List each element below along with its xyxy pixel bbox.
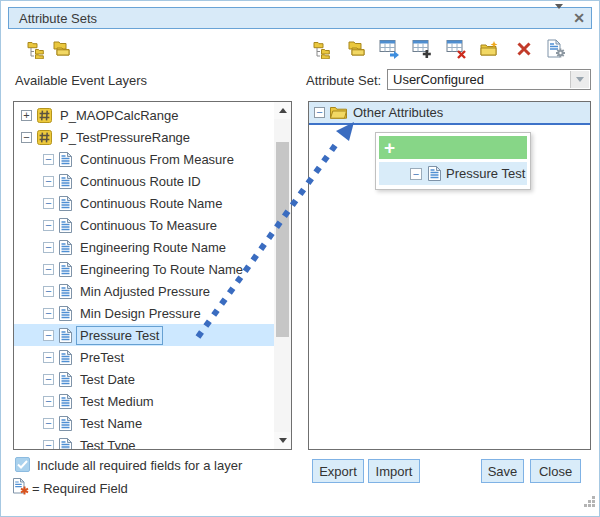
tree-item[interactable]: − P_TestPressureRange [14, 126, 274, 148]
tree-item[interactable]: − Test Name [14, 412, 274, 434]
add-plus-icon: + [384, 138, 395, 157]
tree-item[interactable]: + P_MAOPCalcRange [14, 104, 274, 126]
tree-item-label: Continuous To Measure [77, 217, 220, 234]
tree-expander[interactable]: − [43, 418, 54, 429]
tree-item[interactable]: − Continuous Route ID [14, 170, 274, 192]
attribute-set-value: UserConfigured [393, 72, 484, 87]
drag-preview: + − Pressure Test [375, 132, 531, 190]
resize-grip-icon[interactable] [583, 494, 596, 512]
close-button[interactable]: Close [530, 459, 581, 483]
field-icon [59, 152, 72, 167]
tree-item[interactable]: − Test Medium [14, 390, 274, 412]
tree-expander[interactable]: − [43, 242, 54, 253]
field-icon [59, 438, 72, 451]
import-button[interactable]: Import [368, 459, 420, 483]
tree-item[interactable]: − PreTest [14, 346, 274, 368]
other-attributes-label: Other Attributes [353, 105, 443, 120]
delete-icon[interactable] [513, 38, 535, 60]
tree-item[interactable]: − Pressure Test [14, 324, 274, 346]
expand-attribute-tree-icon[interactable] [311, 38, 333, 60]
scroll-up-icon[interactable] [274, 102, 291, 119]
toolbar [1, 35, 600, 63]
field-icon [59, 372, 72, 387]
tree-item[interactable]: − Continuous Route Name [14, 192, 274, 214]
open-folder-icon [330, 106, 347, 119]
field-icon [59, 262, 72, 277]
available-event-layers-label: Available Event Layers [15, 73, 147, 88]
field-icon [59, 416, 72, 431]
tree-expander: − [410, 168, 422, 180]
tree-item-label: P_TestPressureRange [57, 129, 193, 146]
tree-item-label: PreTest [77, 349, 127, 366]
tree-expander[interactable]: − [43, 374, 54, 385]
tree-expander[interactable]: + [21, 110, 32, 121]
expand-event-layers-icon[interactable] [25, 38, 47, 60]
tree-item[interactable]: − Min Design Pressure [14, 302, 274, 324]
other-attributes-row[interactable]: − Other Attributes [309, 102, 590, 125]
add-table-icon[interactable] [411, 38, 433, 60]
dragged-item-label: Pressure Test [446, 166, 525, 181]
tree-expander[interactable]: − [43, 308, 54, 319]
tree-item[interactable]: − Min Adjusted Pressure [14, 280, 274, 302]
tree-expander[interactable]: − [43, 440, 54, 451]
tree-expander[interactable]: − [43, 220, 54, 231]
tree-expander[interactable]: − [43, 264, 54, 275]
tree-item[interactable]: − Test Type [14, 434, 274, 450]
dropdown-button[interactable] [570, 71, 589, 88]
tree-item-label: Pressure Test [77, 327, 162, 344]
drop-indicator: + [379, 136, 527, 159]
tree-item[interactable]: − Engineering To Route Name [14, 258, 274, 280]
save-button[interactable]: Save [481, 459, 524, 483]
tree-item-label: Test Medium [77, 393, 157, 410]
remove-table-icon[interactable] [445, 38, 467, 60]
event-layer-icon [37, 130, 52, 145]
tree-item[interactable]: − Continuous From Measure [14, 148, 274, 170]
tree-expander[interactable]: − [43, 154, 54, 165]
open-table-icon[interactable] [378, 38, 400, 60]
chevron-down-icon [576, 77, 584, 82]
tree-item[interactable]: − Continuous To Measure [14, 214, 274, 236]
field-icon [59, 196, 72, 211]
tree-expander[interactable]: − [314, 107, 325, 118]
tree-item-label: Continuous Route Name [77, 195, 225, 212]
left-tree-scrollbar[interactable] [274, 102, 291, 449]
attribute-set-dropdown[interactable]: UserConfigured [387, 69, 591, 90]
tree-expander[interactable]: − [43, 198, 54, 209]
field-icon [59, 306, 72, 321]
tree-item-label: Test Date [77, 371, 138, 388]
dragged-item-row: − Pressure Test [379, 162, 527, 185]
tree-item[interactable]: − Engineering Route Name [14, 236, 274, 258]
field-icon [59, 218, 72, 233]
scroll-down-icon[interactable] [274, 432, 291, 449]
left-tree: + P_MAOPCalcRange − P_TestPressureRange … [14, 104, 274, 450]
close-icon[interactable]: ✕ [573, 11, 585, 25]
tree-expander[interactable]: − [21, 132, 32, 143]
tree-expander[interactable]: − [43, 352, 54, 363]
tree-item-label: Continuous Route ID [77, 173, 204, 190]
scrollbar-thumb[interactable] [276, 142, 289, 337]
open-folders-icon[interactable] [345, 38, 367, 60]
tree-expander[interactable]: − [43, 330, 54, 341]
field-icon [59, 394, 72, 409]
field-icon [428, 166, 441, 181]
tree-expander[interactable]: − [43, 286, 54, 297]
document-settings-icon[interactable] [545, 38, 567, 60]
field-icon [59, 328, 72, 343]
open-folders-icon[interactable] [50, 38, 72, 60]
tree-item-label: Engineering To Route Name [77, 261, 246, 278]
required-field-legend: = Required Field [32, 481, 128, 496]
tree-expander[interactable]: − [43, 176, 54, 187]
available-event-layers-panel: + P_MAOPCalcRange − P_TestPressureRange … [13, 101, 292, 450]
titlebar-menu-caret-icon[interactable] [555, 9, 563, 27]
field-icon [59, 240, 72, 255]
event-layer-icon [37, 108, 52, 123]
export-button[interactable]: Export [312, 459, 364, 483]
include-required-fields-label: Include all required fields for a layer [37, 458, 242, 473]
titlebar[interactable]: Attribute Sets ✕ [8, 7, 592, 29]
include-required-fields-checkbox[interactable] [15, 457, 30, 472]
window-title: Attribute Sets [19, 11, 97, 26]
tree-item[interactable]: − Test Date [14, 368, 274, 390]
tree-item-label: Test Name [77, 415, 145, 432]
new-folder-icon[interactable] [478, 38, 500, 60]
tree-expander[interactable]: − [43, 396, 54, 407]
